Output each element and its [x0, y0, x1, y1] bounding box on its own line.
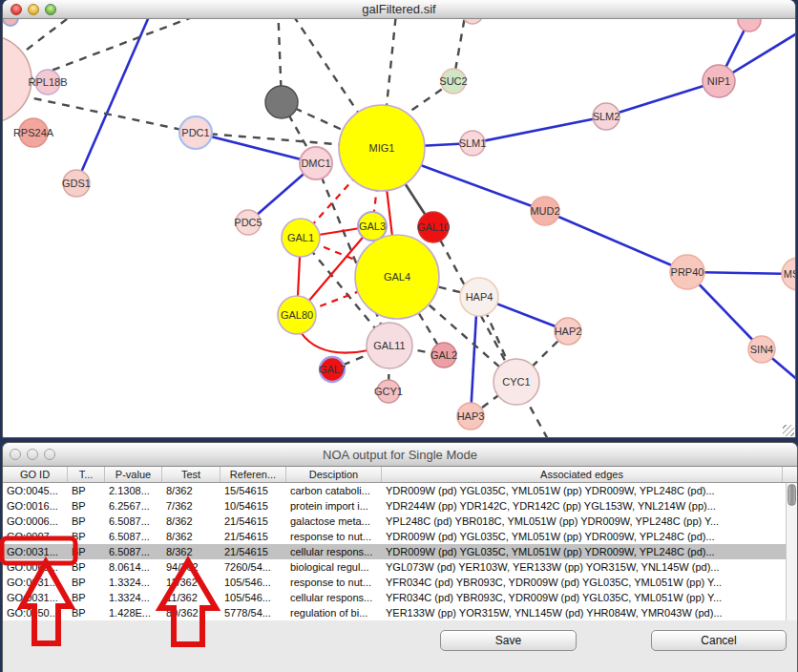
table-cell: GO:0006... — [3, 514, 68, 529]
network-edge-red — [301, 332, 368, 353]
table-cell: 6.5087... — [105, 514, 162, 529]
network-window: RPL18BRPS24AGDS1PDC1DMC1MIG1SUC2SLM1PDC5… — [2, 0, 796, 438]
table-cell: BP — [68, 483, 105, 498]
table-cell: YDR009W (pd) YGL035C, YML051W (pp) YDR00… — [382, 483, 783, 498]
table-cell: 1.3324... — [105, 575, 162, 590]
table-row[interactable]: GO:0031...BP1.3324...11/362105/546...cel… — [3, 590, 786, 605]
column-header-t-[interactable]: T... — [68, 466, 105, 482]
node-label-HAP3: HAP3 — [457, 410, 485, 422]
table-cell: BP — [68, 575, 105, 590]
table-cell: 94/362 — [162, 559, 220, 575]
table-cell: YPL248C (pd) YBR018C, YML051W (pp) YDR00… — [382, 514, 783, 529]
desktop: { "top_window": { "title": "galFiltered.… — [0, 0, 798, 672]
table-row[interactable]: GO:0006...BP6.5087...8/36221/54615galact… — [3, 514, 786, 529]
table-row[interactable]: GO:0007...BP6.5087...8/36221/54615respon… — [3, 529, 786, 544]
scrollbar-thumb[interactable] — [788, 484, 796, 506]
close-button[interactable] — [10, 449, 21, 460]
table-cell: galactose meta... — [286, 514, 382, 529]
node-label-HAP2: HAP2 — [555, 326, 582, 337]
table-cell: cellular respons... — [286, 544, 382, 559]
minimize-button[interactable] — [27, 449, 38, 460]
table-cell: YFR034C (pd) YBR093C, YDR009W (pd) YGL03… — [382, 575, 783, 590]
table-cell: 8/362 — [162, 514, 220, 529]
column-header-test[interactable]: Test — [162, 466, 220, 482]
table-cell: GO:0016... — [3, 498, 68, 514]
table-cell: GO:0031... — [3, 590, 68, 605]
table-cell: response to nut... — [286, 575, 382, 590]
table-header-row: GO IDT...P-valueTestReferen...Desciption… — [3, 466, 797, 483]
column-header-go-id[interactable]: GO ID — [3, 466, 68, 482]
network-window-title: galFiltered.sif — [362, 2, 435, 16]
node-label-GAL3: GAL3 — [359, 220, 386, 232]
table-cell: BP — [68, 498, 105, 514]
table-cell: YDR244W (pp) YDR142C, YDR142C (pp) YGL15… — [382, 498, 783, 514]
node-label-GCY1: GCY1 — [374, 386, 403, 397]
table-cell: 80/362 — [162, 605, 220, 620]
node-label-MIG1: MIG1 — [369, 142, 395, 154]
table-cell: 105/546... — [220, 575, 286, 590]
node-label-MUD2: MUD2 — [530, 205, 559, 217]
column-header-desciption[interactable]: Desciption — [286, 466, 382, 482]
table-cell: 21/54615 — [220, 514, 286, 529]
table-row[interactable]: GO:0045...BP2.1308...8/36215/54615carbon… — [3, 483, 786, 498]
table-cell: 6.2567... — [105, 498, 162, 514]
minimize-button[interactable] — [28, 4, 39, 15]
zoom-button[interactable] — [45, 4, 56, 15]
table-cell: YDR009W (pd) YGL035C, YML051W (pp) YDR00… — [382, 544, 783, 559]
table-cell: BP — [68, 559, 105, 575]
network-edge-blue — [472, 116, 606, 143]
column-header-associated-edges[interactable]: Associated edges — [382, 466, 783, 482]
table-cell: GO:0065... — [3, 559, 68, 575]
node-label-GAL4: GAL4 — [384, 271, 410, 283]
results-table: GO IDT...P-valueTestReferen...Desciption… — [3, 466, 797, 620]
table-cell: 2.1308... — [105, 483, 162, 498]
zoom-button[interactable] — [44, 449, 55, 460]
node-label-GAL1: GAL1 — [287, 232, 314, 243]
table-cell: BP — [68, 544, 105, 559]
node-label-NIP1: NIP1 — [707, 75, 730, 87]
cancel-button[interactable]: Cancel — [651, 630, 787, 651]
column-header-referen-[interactable]: Referen... — [220, 466, 286, 482]
table-cell: 15/54615 — [220, 483, 286, 498]
network-edge-blue — [76, 6, 154, 183]
table-cell: 8/362 — [162, 483, 220, 498]
table-cell: YGL073W (pd) YER103W, YER133W (pp) YOR31… — [382, 559, 783, 575]
table-cell: 6.5087... — [105, 529, 162, 544]
table-cell: cellular respons... — [286, 590, 382, 605]
network-canvas[interactable]: RPL18BRPS24AGDS1PDC1DMC1MIG1SUC2SLM1PDC5… — [3, 0, 796, 438]
node-gray-node[interactable] — [265, 86, 298, 118]
window-controls-inactive — [10, 449, 55, 460]
node-label-CYC1: CYC1 — [502, 376, 530, 388]
table-row[interactable]: GO:0031...BP6.5087...8/36221/54615cellul… — [3, 544, 786, 559]
node-label-PDC1: PDC1 — [181, 127, 209, 138]
table-cell: 1.3324... — [105, 590, 162, 605]
node-label-RPS24A: RPS24A — [13, 127, 54, 138]
table-cell: BP — [68, 590, 105, 605]
vertical-scrollbar[interactable] — [786, 483, 797, 620]
node-label-SLM2: SLM2 — [593, 111, 620, 122]
close-button[interactable] — [10, 4, 22, 15]
table-cell: YDR009W (pd) YGL035C, YML051W (pp) YDR00… — [382, 529, 783, 544]
table-cell: protein import i... — [286, 498, 382, 514]
network-window-titlebar[interactable]: galFiltered.sif — [3, 0, 795, 19]
column-header-p-value[interactable]: P-value — [105, 466, 162, 482]
table-row[interactable]: GO:0031...BP1.3324...11/362105/546...res… — [3, 575, 786, 590]
table-cell: BP — [68, 514, 105, 529]
save-button[interactable]: Save — [440, 630, 577, 651]
resize-grip[interactable] — [783, 425, 794, 436]
table-cell: regulation of bi... — [286, 605, 382, 620]
button-bar: Save Cancel — [3, 620, 797, 672]
table-row[interactable]: GO:0016...BP6.2567...7/36210/54615protei… — [3, 498, 786, 514]
table-cell: 8/362 — [162, 529, 220, 544]
table-cell: 7260/54... — [220, 559, 286, 575]
network-edge-blue — [545, 211, 687, 272]
table-row[interactable]: GO:0050...BP1.428E...80/3625778/54...reg… — [3, 605, 786, 620]
table-cell: 6.5087... — [105, 544, 162, 559]
node-label-SUC2: SUC2 — [439, 75, 467, 87]
table-cell: 21/54615 — [220, 544, 286, 559]
table-row[interactable]: GO:0065...BP8.0614...94/3627260/54...bio… — [3, 559, 786, 575]
node-label-GAL2: GAL2 — [430, 349, 457, 361]
table-cell: 11/362 — [162, 575, 220, 590]
table-cell: BP — [68, 605, 105, 620]
noa-window-titlebar[interactable]: NOA output for Single Mode — [3, 443, 797, 467]
